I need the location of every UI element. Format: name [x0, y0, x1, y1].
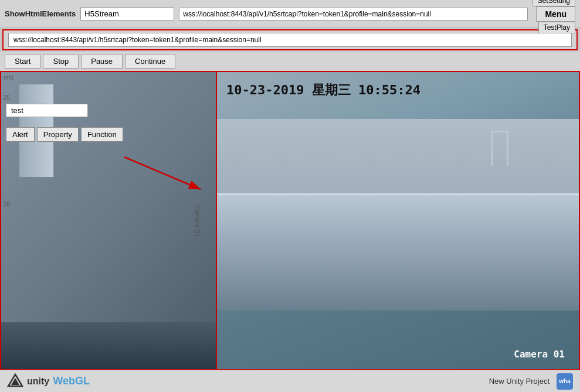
- top-right-buttons: SetSetting Menu TestPlay: [532, 0, 575, 33]
- project-icon-text: wha: [559, 378, 570, 384]
- url-input-top[interactable]: [179, 8, 527, 21]
- setsetting-button[interactable]: SetSetting: [532, 0, 575, 6]
- stream-name-input[interactable]: [80, 7, 174, 21]
- test-input-area: [4, 101, 90, 120]
- project-icon: wha: [557, 373, 573, 390]
- label-25: 25: [4, 94, 10, 101]
- unity-text: unity: [27, 376, 49, 387]
- 3d-floor: [1, 322, 216, 369]
- camera-vertical-label: Camera 01: [194, 204, 201, 236]
- app-title: ShowHtmlElements: [5, 9, 76, 18]
- pause-button[interactable]: Pause: [81, 54, 123, 69]
- top-bar: ShowHtmlElements SetSetting Menu TestPla…: [0, 0, 580, 28]
- url-bar-second: [2, 29, 578, 50]
- menu-button[interactable]: Menu: [536, 6, 575, 22]
- bottom-bar: unity WebGL New Unity Project wha: [0, 370, 580, 392]
- timestamp-overlay: 10-23-2019 星期三 10:55:24: [226, 81, 420, 99]
- right-panel: 10-23-2019 星期三 10:55:24 Camera 01: [217, 71, 580, 370]
- unity-icon: [7, 373, 23, 390]
- action-buttons-row: Alert Property Function: [4, 125, 126, 144]
- unity-logo: unity WebGL: [7, 373, 90, 390]
- main-content: mhl 25 26 Alert Property Function Camera…: [0, 71, 580, 370]
- alert-button[interactable]: Alert: [6, 127, 35, 142]
- label-26: 26: [4, 201, 10, 207]
- left-panel: mhl 25 26 Alert Property Function Camera…: [0, 71, 217, 370]
- control-row: Start Stop Pause Continue: [0, 52, 580, 71]
- continue-button[interactable]: Continue: [125, 54, 175, 69]
- start-button[interactable]: Start: [5, 54, 40, 69]
- camera-id-label: Camera 01: [514, 349, 565, 360]
- url-input-second[interactable]: [8, 33, 572, 47]
- property-button[interactable]: Property: [37, 127, 79, 142]
- project-name: New Unity Project: [489, 377, 550, 386]
- function-button[interactable]: Function: [81, 127, 123, 142]
- label-mhl: mhl: [4, 74, 13, 81]
- webgl-text: WebGL: [53, 375, 90, 387]
- testplay-button[interactable]: TestPlay: [538, 22, 575, 33]
- test-input[interactable]: [6, 104, 88, 117]
- camera-view: 10-23-2019 星期三 10:55:24 Camera 01: [217, 72, 579, 369]
- hook-object: [491, 131, 508, 166]
- stop-button[interactable]: Stop: [43, 54, 79, 69]
- table-surface: [217, 193, 579, 311]
